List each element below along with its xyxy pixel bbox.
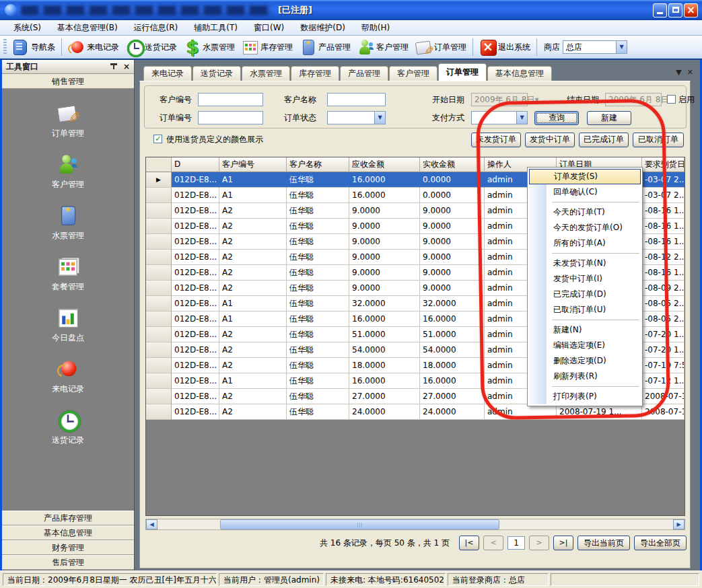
toolbar-product-button[interactable]: 产品管理 (296, 37, 354, 57)
toolbar-customer-button[interactable]: 客户管理 (354, 37, 412, 57)
toolbar-order-button[interactable]: 订单管理 (412, 37, 470, 57)
row-selector-cell[interactable] (146, 358, 172, 373)
page-number-field[interactable]: 1 (507, 536, 525, 550)
tab-scroll-down-icon[interactable]: ▼ (676, 68, 681, 77)
toolbar-exit-button[interactable]: 退出系统 (476, 37, 534, 57)
cell-id[interactable]: 012D-E8... (172, 342, 219, 358)
cell-required-date[interactable]: -07-20 1... (642, 342, 685, 358)
cell-customer-name[interactable]: 伍华聪 (287, 203, 349, 219)
scroll-right-icon[interactable]: ▶ (673, 519, 685, 529)
context-menu-item[interactable] (529, 318, 641, 322)
row-selector-cell[interactable] (146, 281, 172, 296)
cell-received[interactable]: 9.0000 (420, 250, 485, 265)
cell-required-date[interactable]: -03-07 2... (642, 172, 685, 188)
row-selector-cell[interactable] (146, 389, 172, 404)
cell-required-date[interactable]: -08-05 2... (642, 311, 685, 327)
cell-received[interactable]: 32.0000 (420, 296, 485, 311)
toolbar-water-ticket-button[interactable]: 水票管理 (180, 37, 238, 57)
cell-receivable[interactable]: 16.0000 (349, 311, 420, 327)
chevron-down-icon[interactable]: ▼ (616, 41, 627, 53)
cell-customer-no[interactable]: A2 (219, 358, 287, 373)
menu-window[interactable]: 窗口(W) (246, 20, 292, 36)
row-selector-cell[interactable] (146, 296, 172, 311)
cell-customer-name[interactable]: 伍华聪 (287, 188, 349, 203)
cell-received[interactable]: 9.0000 (420, 203, 485, 219)
cell-id[interactable]: 012D-E8... (172, 265, 219, 281)
cell-required-date[interactable]: -07-20 1... (642, 327, 685, 342)
next-page-button[interactable]: > (529, 536, 549, 550)
scroll-left-icon[interactable]: ◀ (146, 519, 157, 529)
cell-operator[interactable]: admin (485, 404, 557, 420)
tab-water-ticket[interactable]: 水票管理 (242, 66, 290, 81)
end-date-picker[interactable]: 2009年 6月 8日▼ (605, 93, 662, 106)
cell-received[interactable]: 0.0000 (420, 188, 485, 203)
sidebar-item-water-ticket-mgmt[interactable]: 水票管理 (2, 207, 134, 242)
cell-receivable[interactable]: 9.0000 (349, 281, 420, 296)
menu-system[interactable]: 系统(S) (5, 20, 49, 36)
cell-id[interactable]: 012D-E8... (172, 203, 219, 219)
cell-customer-no[interactable]: A2 (219, 203, 287, 219)
pin-icon[interactable] (109, 63, 118, 71)
cell-receivable[interactable]: 16.0000 (349, 188, 420, 203)
cell-customer-no[interactable]: A1 (219, 296, 287, 311)
customer-name-input[interactable] (327, 93, 386, 106)
tool-window-close-icon[interactable]: × (122, 63, 131, 71)
menu-run-info[interactable]: 运行信息(R) (126, 20, 186, 36)
cell-received[interactable]: 9.0000 (420, 234, 485, 250)
cell-receivable[interactable]: 51.0000 (349, 327, 420, 342)
cell-customer-no[interactable]: A1 (219, 188, 287, 203)
row-selector-cell[interactable] (146, 265, 172, 281)
header-required-date[interactable]: 要求到货日期 (642, 157, 685, 172)
context-menu-item[interactable]: 未发货订单(N) (529, 256, 641, 271)
context-menu-item[interactable]: 今天的订单(T) (529, 205, 641, 220)
row-selector-cell[interactable] (146, 404, 172, 420)
cell-required-date[interactable]: -08-09 2... (642, 281, 685, 296)
sidebar-section-after-sales[interactable]: 售后管理 (2, 555, 134, 570)
cell-receivable[interactable]: 9.0000 (349, 203, 420, 219)
cell-id[interactable]: 012D-E8... (172, 358, 219, 373)
tab-product[interactable]: 产品管理 (340, 66, 388, 81)
enable-checkbox[interactable] (667, 95, 676, 104)
cell-id[interactable]: 012D-E8... (172, 296, 219, 311)
cell-receivable[interactable]: 16.0000 (349, 373, 420, 389)
shop-select[interactable]: 总店 ▼ (563, 40, 627, 54)
table-row[interactable]: 012D-E8... A2 伍华聪 24.0000 24.0000 admin … (146, 404, 685, 420)
cell-customer-no[interactable]: A2 (219, 327, 287, 342)
cell-customer-no[interactable]: A2 (219, 219, 287, 234)
cell-customer-name[interactable]: 伍华聪 (287, 296, 349, 311)
row-selector-cell[interactable] (146, 373, 172, 389)
cell-customer-no[interactable]: A2 (219, 281, 287, 296)
cell-required-date[interactable]: -07-19 7:59 (642, 358, 685, 373)
cell-receivable[interactable]: 9.0000 (349, 265, 420, 281)
cell-received[interactable]: 9.0000 (420, 265, 485, 281)
prev-page-button[interactable]: < (483, 536, 503, 550)
menu-data-maintenance[interactable]: 数据维护(D) (292, 20, 353, 36)
cell-received[interactable]: 9.0000 (420, 219, 485, 234)
toolbar-inventory-button[interactable]: 库存管理 (238, 37, 296, 57)
cell-customer-name[interactable]: 伍华聪 (287, 389, 349, 404)
cell-id[interactable]: 012D-E8... (172, 404, 219, 420)
cell-required-date[interactable]: -07-12 1... (642, 373, 685, 389)
scrollbar-thumb[interactable] (220, 519, 499, 529)
cell-receivable[interactable]: 54.0000 (349, 342, 420, 358)
cell-required-date[interactable]: 2008-07-19 1... (642, 389, 685, 404)
sidebar-item-today-inventory[interactable]: 今日盘点 (2, 309, 134, 344)
cell-received[interactable]: 54.0000 (420, 342, 485, 358)
row-selector-cell[interactable]: ▶ (146, 172, 172, 188)
row-selector-cell[interactable] (146, 203, 172, 219)
minimize-button[interactable] (653, 3, 667, 17)
header-row-selector[interactable] (146, 157, 172, 172)
cell-id[interactable]: 012D-E8... (172, 188, 219, 203)
cell-receivable[interactable]: 16.0000 (349, 172, 420, 188)
cell-received[interactable]: 18.0000 (420, 358, 485, 373)
chevron-down-icon[interactable]: ▼ (516, 112, 527, 124)
sidebar-section-product-inventory[interactable]: 产品库存管理 (2, 511, 134, 525)
cell-id[interactable]: 012D-E8... (172, 281, 219, 296)
context-menu-item[interactable]: 新建(N) (529, 322, 641, 338)
cell-id[interactable]: 012D-E8... (172, 373, 219, 389)
header-received[interactable]: 实收金额 (420, 157, 485, 172)
cell-customer-no[interactable]: A1 (219, 311, 287, 327)
filter-cancelled-button[interactable]: 已取消订单 (633, 133, 684, 147)
cell-id[interactable]: 012D-E8... (172, 389, 219, 404)
cell-received[interactable]: 16.0000 (420, 311, 485, 327)
